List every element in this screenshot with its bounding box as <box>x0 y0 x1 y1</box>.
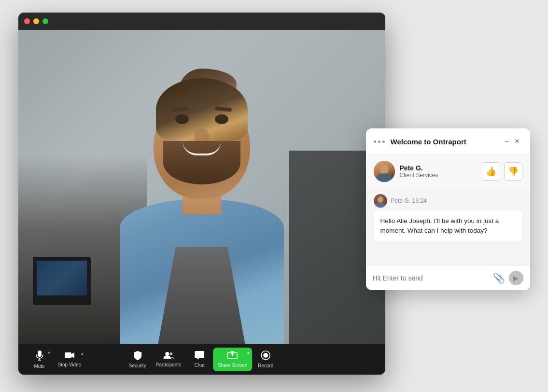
person-torso <box>120 199 284 344</box>
send-button[interactable]: ▶ <box>509 271 523 285</box>
person-eye-left <box>175 114 189 124</box>
svg-point-8 <box>263 353 268 358</box>
scene: ▲ Mute ▲ <box>18 13 530 379</box>
share-chevron-icon: ▲ <box>246 350 250 355</box>
svg-point-5 <box>169 352 172 355</box>
video-icon <box>64 351 75 361</box>
agent-name: Pete G. <box>400 164 482 172</box>
video-background <box>18 30 385 344</box>
message-sender-time: Pete G. 13:24 <box>391 197 427 204</box>
message-header: Pete G. 13:24 <box>374 194 522 208</box>
avatar-head <box>380 165 389 174</box>
message-bubble: Hello Alie Joseph. I'll be with you in j… <box>374 210 522 242</box>
avatar-body <box>377 173 392 182</box>
share-icon <box>227 351 238 361</box>
share-screen-label: Share Screen <box>218 363 247 368</box>
dot-3 <box>382 140 385 143</box>
person-head <box>154 88 250 199</box>
people-icon <box>163 351 174 361</box>
chat-input[interactable] <box>373 271 489 285</box>
chat-close-button[interactable]: × <box>512 135 522 148</box>
video-chevron-icon: ▲ <box>80 351 84 356</box>
message-sender: Pete G. <box>391 197 412 204</box>
thumbup-button[interactable]: 👍 <box>482 162 500 181</box>
security-button[interactable]: Security <box>124 348 151 371</box>
mute-button[interactable]: ▲ Mute <box>26 347 53 372</box>
security-label: Security <box>129 363 146 368</box>
participants-button[interactable]: Participants <box>151 348 186 371</box>
close-window-button[interactable] <box>24 18 30 24</box>
video-area <box>18 30 385 344</box>
svg-rect-3 <box>65 352 71 358</box>
dot-2 <box>378 140 380 143</box>
record-label: Record <box>258 363 273 368</box>
shield-icon <box>133 350 142 362</box>
chat-input-area: 📎 ▶ <box>366 266 530 290</box>
mute-label: Mute <box>34 364 44 369</box>
svg-point-4 <box>165 352 169 356</box>
thumbdown-button[interactable]: 👎 <box>504 162 522 181</box>
chat-minimize-button[interactable]: − <box>502 135 512 148</box>
agent-actions: 👍 👎 <box>482 162 522 181</box>
msg-avatar-body <box>376 203 385 208</box>
chat-label: Chat <box>195 363 205 368</box>
monitor-screen <box>37 261 87 295</box>
message-time: 13:24 <box>412 197 427 204</box>
traffic-lights <box>24 18 48 24</box>
attach-button[interactable]: 📎 <box>493 272 505 284</box>
maximize-window-button[interactable] <box>42 18 48 24</box>
person-main <box>81 78 323 344</box>
person-eye-right <box>215 114 228 124</box>
toolbar: ▲ Mute ▲ <box>18 344 385 375</box>
chat-popup: Welcome to Ontraport − × Pete G. Client … <box>366 128 530 290</box>
thumbdown-icon: 👎 <box>508 166 519 177</box>
share-screen-button[interactable]: ▲ Share Screen <box>213 348 252 371</box>
chat-icon <box>195 351 204 361</box>
agent-avatar <box>374 161 395 182</box>
participants-label: Participants <box>156 362 181 367</box>
toolbar-center: Security Participants <box>124 348 280 371</box>
chat-header: Welcome to Ontraport − × <box>366 128 530 155</box>
agent-info: Pete G. Client Services <box>400 164 482 179</box>
chat-menu-dots[interactable] <box>374 140 385 143</box>
paperclip-icon: 📎 <box>493 273 505 283</box>
chat-title: Welcome to Ontraport <box>391 138 502 146</box>
message-avatar <box>374 194 387 208</box>
stop-video-label: Stop Video <box>58 362 82 367</box>
thumbup-icon: 👍 <box>486 166 496 177</box>
mute-chevron-icon: ▲ <box>47 350 51 354</box>
chat-messages: Pete G. 13:24 Hello Alie Joseph. I'll be… <box>366 188 530 266</box>
chat-button[interactable]: Chat <box>186 348 213 371</box>
person-beard <box>163 141 240 184</box>
record-button[interactable]: Record <box>252 348 279 371</box>
minimize-window-button[interactable] <box>33 18 39 24</box>
msg-avatar-head <box>378 196 383 203</box>
stop-video-button[interactable]: ▲ Stop Video <box>53 349 86 370</box>
record-icon <box>261 350 270 362</box>
person-inner-shirt <box>158 247 245 344</box>
dot-1 <box>374 140 376 143</box>
agent-role: Client Services <box>400 172 482 179</box>
video-window: ▲ Mute ▲ <box>18 13 385 375</box>
agent-avatar-inner <box>374 161 395 182</box>
message-text: Hello Alie Joseph. I'll be with you in j… <box>380 217 499 234</box>
person-smile <box>183 141 221 155</box>
agent-bar: Pete G. Client Services 👍 👎 <box>366 155 530 188</box>
svg-rect-0 <box>38 350 42 357</box>
title-bar <box>18 13 385 30</box>
mic-icon <box>35 350 44 362</box>
send-icon: ▶ <box>513 274 519 282</box>
